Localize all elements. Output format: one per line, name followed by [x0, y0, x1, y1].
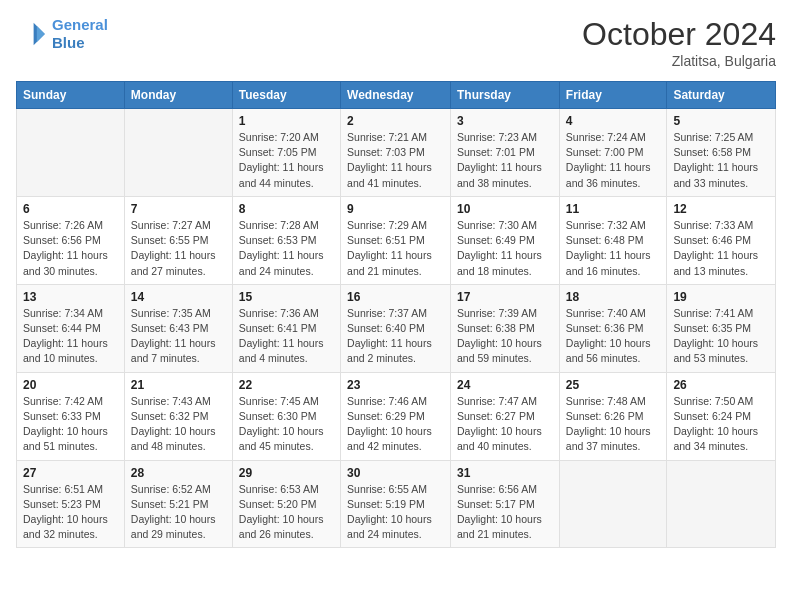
day-cell	[667, 460, 776, 548]
day-cell: 21Sunrise: 7:43 AMSunset: 6:32 PMDayligh…	[124, 372, 232, 460]
day-cell	[17, 109, 125, 197]
day-cell: 24Sunrise: 7:47 AMSunset: 6:27 PMDayligh…	[451, 372, 560, 460]
day-info: Sunrise: 7:27 AMSunset: 6:55 PMDaylight:…	[131, 218, 226, 279]
day-number: 28	[131, 466, 226, 480]
day-number: 27	[23, 466, 118, 480]
day-info: Sunrise: 7:34 AMSunset: 6:44 PMDaylight:…	[23, 306, 118, 367]
day-info: Sunrise: 7:40 AMSunset: 6:36 PMDaylight:…	[566, 306, 661, 367]
day-info: Sunrise: 7:20 AMSunset: 7:05 PMDaylight:…	[239, 130, 334, 191]
week-row-4: 20Sunrise: 7:42 AMSunset: 6:33 PMDayligh…	[17, 372, 776, 460]
day-cell: 12Sunrise: 7:33 AMSunset: 6:46 PMDayligh…	[667, 196, 776, 284]
day-cell: 10Sunrise: 7:30 AMSunset: 6:49 PMDayligh…	[451, 196, 560, 284]
day-number: 22	[239, 378, 334, 392]
day-info: Sunrise: 6:51 AMSunset: 5:23 PMDaylight:…	[23, 482, 118, 543]
weekday-header-saturday: Saturday	[667, 82, 776, 109]
day-cell: 14Sunrise: 7:35 AMSunset: 6:43 PMDayligh…	[124, 284, 232, 372]
day-cell: 20Sunrise: 7:42 AMSunset: 6:33 PMDayligh…	[17, 372, 125, 460]
day-number: 9	[347, 202, 444, 216]
day-number: 31	[457, 466, 553, 480]
day-number: 19	[673, 290, 769, 304]
day-cell: 11Sunrise: 7:32 AMSunset: 6:48 PMDayligh…	[559, 196, 667, 284]
title-block: October 2024 Zlatitsa, Bulgaria	[582, 16, 776, 69]
day-info: Sunrise: 7:28 AMSunset: 6:53 PMDaylight:…	[239, 218, 334, 279]
day-info: Sunrise: 7:23 AMSunset: 7:01 PMDaylight:…	[457, 130, 553, 191]
weekday-header-row: SundayMondayTuesdayWednesdayThursdayFrid…	[17, 82, 776, 109]
day-cell: 6Sunrise: 7:26 AMSunset: 6:56 PMDaylight…	[17, 196, 125, 284]
week-row-3: 13Sunrise: 7:34 AMSunset: 6:44 PMDayligh…	[17, 284, 776, 372]
day-number: 11	[566, 202, 661, 216]
day-number: 15	[239, 290, 334, 304]
day-info: Sunrise: 7:42 AMSunset: 6:33 PMDaylight:…	[23, 394, 118, 455]
day-info: Sunrise: 7:50 AMSunset: 6:24 PMDaylight:…	[673, 394, 769, 455]
day-info: Sunrise: 7:35 AMSunset: 6:43 PMDaylight:…	[131, 306, 226, 367]
day-info: Sunrise: 7:21 AMSunset: 7:03 PMDaylight:…	[347, 130, 444, 191]
day-info: Sunrise: 7:32 AMSunset: 6:48 PMDaylight:…	[566, 218, 661, 279]
day-number: 6	[23, 202, 118, 216]
day-cell: 18Sunrise: 7:40 AMSunset: 6:36 PMDayligh…	[559, 284, 667, 372]
day-number: 8	[239, 202, 334, 216]
week-row-1: 1Sunrise: 7:20 AMSunset: 7:05 PMDaylight…	[17, 109, 776, 197]
day-cell: 4Sunrise: 7:24 AMSunset: 7:00 PMDaylight…	[559, 109, 667, 197]
day-cell: 29Sunrise: 6:53 AMSunset: 5:20 PMDayligh…	[232, 460, 340, 548]
week-row-2: 6Sunrise: 7:26 AMSunset: 6:56 PMDaylight…	[17, 196, 776, 284]
logo: General Blue	[16, 16, 108, 52]
day-cell: 30Sunrise: 6:55 AMSunset: 5:19 PMDayligh…	[341, 460, 451, 548]
day-number: 29	[239, 466, 334, 480]
day-number: 18	[566, 290, 661, 304]
day-info: Sunrise: 7:45 AMSunset: 6:30 PMDaylight:…	[239, 394, 334, 455]
logo-line1: General	[52, 16, 108, 33]
day-number: 10	[457, 202, 553, 216]
logo-line2: Blue	[52, 34, 85, 51]
day-number: 30	[347, 466, 444, 480]
day-number: 7	[131, 202, 226, 216]
day-info: Sunrise: 7:37 AMSunset: 6:40 PMDaylight:…	[347, 306, 444, 367]
day-info: Sunrise: 7:48 AMSunset: 6:26 PMDaylight:…	[566, 394, 661, 455]
day-info: Sunrise: 7:26 AMSunset: 6:56 PMDaylight:…	[23, 218, 118, 279]
day-cell: 27Sunrise: 6:51 AMSunset: 5:23 PMDayligh…	[17, 460, 125, 548]
day-cell: 7Sunrise: 7:27 AMSunset: 6:55 PMDaylight…	[124, 196, 232, 284]
weekday-header-tuesday: Tuesday	[232, 82, 340, 109]
weekday-header-monday: Monday	[124, 82, 232, 109]
day-cell: 28Sunrise: 6:52 AMSunset: 5:21 PMDayligh…	[124, 460, 232, 548]
day-number: 26	[673, 378, 769, 392]
day-number: 14	[131, 290, 226, 304]
day-info: Sunrise: 7:33 AMSunset: 6:46 PMDaylight:…	[673, 218, 769, 279]
day-number: 3	[457, 114, 553, 128]
day-cell: 3Sunrise: 7:23 AMSunset: 7:01 PMDaylight…	[451, 109, 560, 197]
day-cell	[124, 109, 232, 197]
week-row-5: 27Sunrise: 6:51 AMSunset: 5:23 PMDayligh…	[17, 460, 776, 548]
day-cell: 9Sunrise: 7:29 AMSunset: 6:51 PMDaylight…	[341, 196, 451, 284]
day-info: Sunrise: 7:36 AMSunset: 6:41 PMDaylight:…	[239, 306, 334, 367]
day-number: 20	[23, 378, 118, 392]
day-cell: 31Sunrise: 6:56 AMSunset: 5:17 PMDayligh…	[451, 460, 560, 548]
day-number: 13	[23, 290, 118, 304]
day-cell: 19Sunrise: 7:41 AMSunset: 6:35 PMDayligh…	[667, 284, 776, 372]
weekday-header-wednesday: Wednesday	[341, 82, 451, 109]
day-info: Sunrise: 7:47 AMSunset: 6:27 PMDaylight:…	[457, 394, 553, 455]
day-number: 4	[566, 114, 661, 128]
day-cell: 8Sunrise: 7:28 AMSunset: 6:53 PMDaylight…	[232, 196, 340, 284]
day-info: Sunrise: 6:52 AMSunset: 5:21 PMDaylight:…	[131, 482, 226, 543]
day-number: 21	[131, 378, 226, 392]
day-cell: 1Sunrise: 7:20 AMSunset: 7:05 PMDaylight…	[232, 109, 340, 197]
calendar-table: SundayMondayTuesdayWednesdayThursdayFrid…	[16, 81, 776, 548]
day-info: Sunrise: 7:24 AMSunset: 7:00 PMDaylight:…	[566, 130, 661, 191]
day-info: Sunrise: 7:30 AMSunset: 6:49 PMDaylight:…	[457, 218, 553, 279]
day-cell: 15Sunrise: 7:36 AMSunset: 6:41 PMDayligh…	[232, 284, 340, 372]
day-number: 12	[673, 202, 769, 216]
day-info: Sunrise: 7:29 AMSunset: 6:51 PMDaylight:…	[347, 218, 444, 279]
weekday-header-thursday: Thursday	[451, 82, 560, 109]
day-cell: 2Sunrise: 7:21 AMSunset: 7:03 PMDaylight…	[341, 109, 451, 197]
day-number: 2	[347, 114, 444, 128]
day-number: 17	[457, 290, 553, 304]
day-cell: 22Sunrise: 7:45 AMSunset: 6:30 PMDayligh…	[232, 372, 340, 460]
day-cell: 16Sunrise: 7:37 AMSunset: 6:40 PMDayligh…	[341, 284, 451, 372]
day-cell: 23Sunrise: 7:46 AMSunset: 6:29 PMDayligh…	[341, 372, 451, 460]
day-number: 16	[347, 290, 444, 304]
day-number: 5	[673, 114, 769, 128]
day-cell	[559, 460, 667, 548]
day-info: Sunrise: 6:56 AMSunset: 5:17 PMDaylight:…	[457, 482, 553, 543]
day-info: Sunrise: 7:39 AMSunset: 6:38 PMDaylight:…	[457, 306, 553, 367]
logo-icon	[16, 18, 48, 50]
day-number: 1	[239, 114, 334, 128]
